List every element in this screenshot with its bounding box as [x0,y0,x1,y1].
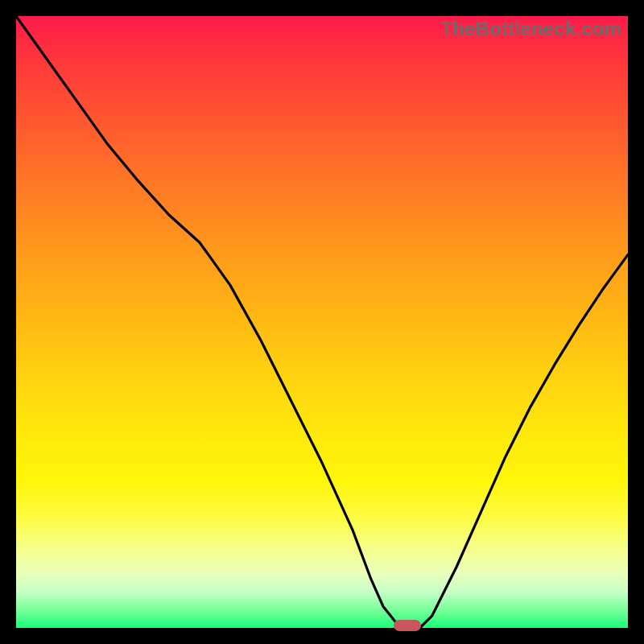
minimum-marker [394,620,421,631]
chart-frame: TheBottleneck.com [0,0,644,644]
watermark-text: TheBottleneck.com [440,18,621,40]
curve-path [16,16,628,628]
curve-svg [16,16,628,628]
plot-area: TheBottleneck.com [16,16,628,628]
